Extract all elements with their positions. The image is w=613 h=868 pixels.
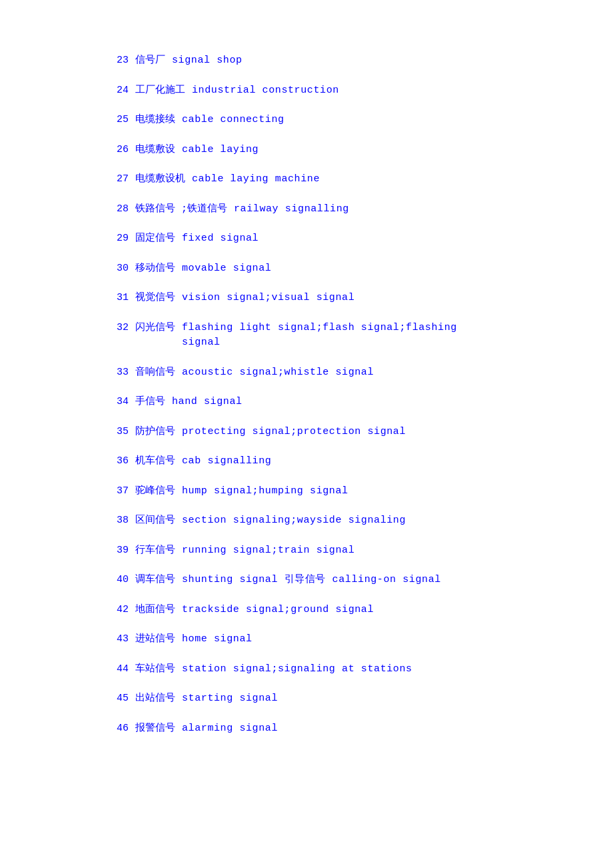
entry-english: cable laying machine: [192, 172, 320, 187]
entry-chinese: 进站信号: [135, 632, 175, 647]
entry-chinese: 电缆接续: [135, 113, 175, 128]
entry-number: 33: [117, 365, 135, 381]
entry-chinese: 报警信号: [135, 721, 175, 737]
list-item: 36 机车信号cab signalling: [117, 454, 496, 469]
list-item: 32 闪光信号flashing light signal;flash signa…: [117, 321, 496, 351]
entry-number: 28: [117, 202, 135, 217]
list-item: 39 行车信号running signal;train signal: [117, 543, 496, 559]
entry-number: 23: [117, 53, 135, 69]
list-item: 35 防护信号protecting signal;protection sign…: [117, 425, 496, 440]
entry-number: 37: [117, 484, 135, 499]
entry-chinese: 区间信号: [135, 513, 175, 529]
list-item: 31 视觉信号vision signal;visual signal: [117, 291, 496, 306]
entry-number: 35: [117, 425, 135, 440]
list-item: 38 区间信号section signaling;wayside signali…: [117, 513, 496, 529]
entry-english: starting signal: [182, 691, 278, 707]
entry-english: home signal: [182, 632, 253, 647]
entry-english: signal shop: [172, 53, 243, 69]
entry-chinese: 电缆敷设机: [135, 172, 185, 187]
list-item: 30 移动信号movable signal: [117, 261, 496, 277]
entry-number: 30: [117, 261, 135, 277]
list-item: 34 手信号hand signal: [117, 395, 496, 410]
entry-chinese: 行车信号: [135, 543, 175, 559]
entry-chinese: 视觉信号: [135, 291, 175, 306]
entry-number: 46: [117, 721, 135, 737]
entry-number: 25: [117, 113, 135, 128]
entry-english: fixed signal: [182, 231, 259, 247]
entry-chinese: 音响信号: [135, 365, 175, 381]
entry-chinese: 调车信号: [135, 573, 175, 588]
list-item: 46 报警信号alarming signal: [117, 721, 496, 737]
list-item: 28 铁路信号 ;铁道信号railway signalling: [117, 202, 496, 217]
entry-english: protecting signal;protection signal: [182, 425, 406, 440]
list-item: 24 工厂化施工industrial construction: [117, 83, 496, 99]
entry-chinese: 移动信号: [135, 261, 175, 277]
entry-english: railway signalling: [234, 202, 349, 217]
entry-number: 36: [117, 454, 135, 469]
list-item: 44 车站信号station signal;signaling at stati…: [117, 662, 496, 677]
entry-number: 38: [117, 513, 135, 529]
list-item: 25 电缆接续cable connecting: [117, 113, 496, 128]
entry-number: 29: [117, 231, 135, 247]
entry-english: hand signal: [172, 395, 243, 410]
list-item: 42 地面信号trackside signal;ground signal: [117, 603, 496, 618]
entry-number: 24: [117, 83, 135, 99]
entry-english: alarming signal: [182, 721, 278, 737]
entry-chinese: 手信号: [135, 395, 165, 410]
list-item: 45 出站信号starting signal: [117, 691, 496, 707]
entry-chinese: 工厂化施工: [135, 83, 185, 99]
entry-english: cable connecting: [182, 113, 285, 128]
list-item: 43 进站信号home signal: [117, 632, 496, 647]
entry-english: vision signal;visual signal: [182, 291, 354, 306]
entry-list: 23 信号厂signal shop24 工厂化施工industrial cons…: [117, 53, 496, 736]
entry-chinese: 闪光信号: [135, 321, 175, 336]
entry-chinese: 防护信号: [135, 425, 175, 440]
entry-english: shunting signal 引导信号 calling-on signal: [182, 573, 441, 588]
entry-number: 32: [117, 321, 135, 336]
entry-number: 27: [117, 172, 135, 187]
entry-english: hump signal;humping signal: [182, 484, 348, 499]
entry-chinese: 机车信号: [135, 454, 175, 469]
entry-number: 34: [117, 395, 135, 410]
entry-number: 43: [117, 632, 135, 647]
list-item: 23 信号厂signal shop: [117, 53, 496, 69]
entry-english: flashing light signal;flash signal;flash…: [182, 321, 496, 351]
entry-english: section signaling;wayside signaling: [182, 513, 406, 529]
entry-english: industrial construction: [192, 83, 339, 99]
entry-number: 26: [117, 143, 135, 158]
list-item: 26 电缆敷设cable laying: [117, 143, 496, 158]
entry-chinese: 铁路信号 ;铁道信号: [135, 202, 227, 217]
entry-number: 42: [117, 603, 135, 618]
list-item: 40 调车信号shunting signal 引导信号 calling-on s…: [117, 573, 496, 588]
entry-english: acoustic signal;whistle signal: [182, 365, 374, 381]
entry-number: 45: [117, 691, 135, 707]
entry-chinese: 地面信号: [135, 603, 175, 618]
list-item: 27 电缆敷设机cable laying machine: [117, 172, 496, 187]
entry-chinese: 电缆敷设: [135, 143, 175, 158]
entry-chinese: 驼峰信号: [135, 484, 175, 499]
entry-chinese: 固定信号: [135, 231, 175, 247]
list-item: 33 音响信号acoustic signal;whistle signal: [117, 365, 496, 381]
entry-english: cable laying: [182, 143, 259, 158]
entry-english: trackside signal;ground signal: [182, 603, 374, 618]
list-item: 37 驼峰信号hump signal;humping signal: [117, 484, 496, 499]
entry-english: running signal;train signal: [182, 543, 354, 559]
entry-chinese: 车站信号: [135, 662, 175, 677]
entry-english: station signal;signaling at stations: [182, 662, 412, 677]
entry-number: 44: [117, 662, 135, 677]
entry-number: 31: [117, 291, 135, 306]
entry-chinese: 信号厂: [135, 53, 165, 69]
entry-english: cab signalling: [182, 454, 271, 469]
entry-number: 40: [117, 573, 135, 588]
entry-chinese: 出站信号: [135, 691, 175, 707]
entry-english: movable signal: [182, 261, 271, 277]
entry-number: 39: [117, 543, 135, 559]
list-item: 29 固定信号fixed signal: [117, 231, 496, 247]
